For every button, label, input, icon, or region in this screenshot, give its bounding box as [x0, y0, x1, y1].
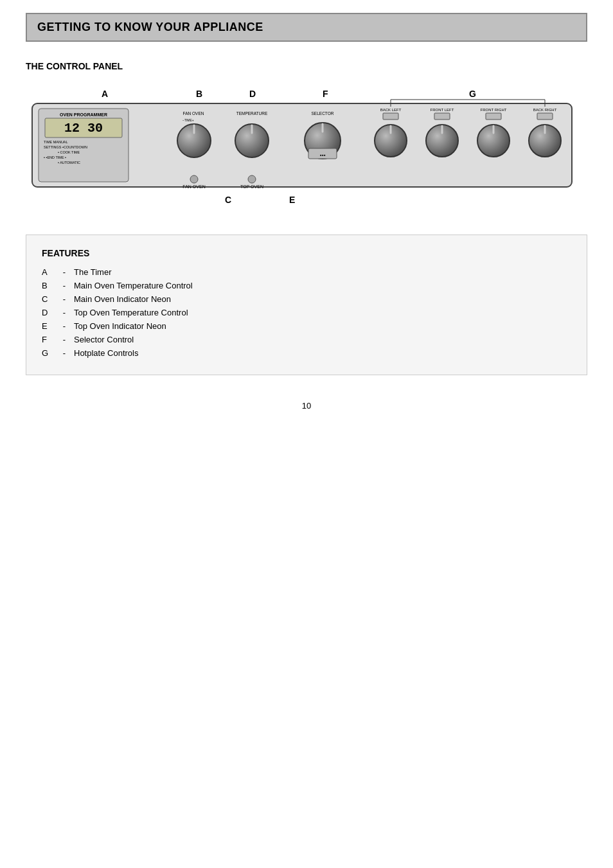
- feature-letter: B: [42, 281, 55, 290]
- svg-rect-32: [383, 113, 398, 120]
- feature-letter: G: [42, 348, 55, 358]
- feature-item: B - Main Oven Temperature Control: [42, 281, 571, 290]
- svg-text:SETTINGS  •COUNTDOWN: SETTINGS •COUNTDOWN: [44, 145, 87, 149]
- svg-text:●●●: ●●●: [319, 153, 325, 157]
- features-section: FEATURES A - The Timer B - Main Oven Tem…: [26, 235, 587, 375]
- svg-text:FRONT RIGHT: FRONT RIGHT: [481, 108, 507, 112]
- svg-text:TEMPERATURE: TEMPERATURE: [236, 111, 268, 116]
- section-title: THE CONTROL PANEL: [26, 61, 587, 71]
- svg-point-19: [190, 175, 198, 183]
- svg-text:FAN OVEN: FAN OVEN: [183, 111, 204, 116]
- svg-text:A: A: [102, 89, 108, 99]
- feature-item: E - Top Oven Indicator Neon: [42, 321, 571, 331]
- svg-text:• COOK TIME: • COOK TIME: [58, 150, 80, 154]
- feature-item: C - Main Oven Indicator Neon: [42, 294, 571, 304]
- feature-item: D - Top Oven Temperature Control: [42, 308, 571, 317]
- svg-text:•         •END TIME    •: • •END TIME •: [44, 155, 66, 159]
- svg-rect-36: [434, 113, 450, 120]
- features-title: FEATURES: [42, 248, 571, 258]
- svg-text:C: C: [225, 195, 231, 205]
- feature-description: Main Oven Temperature Control: [74, 281, 571, 290]
- feature-dash: -: [55, 348, 74, 358]
- feature-letter: C: [42, 294, 55, 304]
- feature-item: A - The Timer: [42, 267, 571, 277]
- page-title: GETTING TO KNOW YOUR APPLIANCE: [37, 21, 576, 34]
- svg-text:FRONT LEFT: FRONT LEFT: [431, 108, 454, 112]
- feature-description: Hotplate Controls: [74, 348, 571, 358]
- feature-letter: F: [42, 335, 55, 344]
- svg-text:E: E: [289, 195, 295, 205]
- control-panel-diagram: A B D F G OVEN PROGRAMMER 12 30 TIME MAN…: [26, 84, 587, 215]
- feature-letter: A: [42, 267, 55, 277]
- feature-description: The Timer: [74, 267, 571, 277]
- feature-dash: -: [55, 281, 74, 290]
- svg-text:B: B: [196, 89, 202, 99]
- svg-point-24: [248, 175, 256, 183]
- feature-letter: D: [42, 308, 55, 317]
- svg-text:FAN OVEN: FAN OVEN: [182, 184, 205, 189]
- feature-dash: -: [55, 267, 74, 277]
- svg-rect-40: [486, 113, 501, 120]
- feature-description: Top Oven Indicator Neon: [74, 321, 571, 331]
- svg-text:• AUTOMATIC: • AUTOMATIC: [58, 161, 80, 164]
- feature-dash: -: [55, 294, 74, 304]
- svg-text:−TIME+: −TIME+: [182, 118, 194, 122]
- svg-text:G: G: [469, 89, 476, 99]
- svg-text:F: F: [323, 89, 328, 99]
- svg-text:TIME   MANUAL: TIME MANUAL: [44, 140, 68, 144]
- svg-text:SELECTOR: SELECTOR: [312, 111, 334, 116]
- svg-text:BACK LEFT: BACK LEFT: [380, 108, 402, 112]
- svg-text:TOP OVEN: TOP OVEN: [240, 184, 263, 189]
- page-number: 10: [26, 401, 587, 411]
- svg-rect-44: [537, 113, 553, 120]
- svg-text:OVEN PROGRAMMER: OVEN PROGRAMMER: [60, 112, 107, 117]
- feature-description: Selector Control: [74, 335, 571, 344]
- feature-item: F - Selector Control: [42, 335, 571, 344]
- control-panel-section: THE CONTROL PANEL A B D F G OVEN PROGRAM…: [26, 61, 587, 215]
- feature-description: Main Oven Indicator Neon: [74, 294, 571, 304]
- svg-text:BACK RIGHT: BACK RIGHT: [533, 108, 557, 112]
- header-bar: GETTING TO KNOW YOUR APPLIANCE: [26, 13, 587, 42]
- feature-dash: -: [55, 335, 74, 344]
- feature-description: Top Oven Temperature Control: [74, 308, 571, 317]
- svg-text:D: D: [249, 89, 256, 99]
- feature-item: G - Hotplate Controls: [42, 348, 571, 358]
- svg-text:12 30: 12 30: [64, 121, 103, 136]
- feature-dash: -: [55, 308, 74, 317]
- feature-dash: -: [55, 321, 74, 331]
- feature-letter: E: [42, 321, 55, 331]
- feature-list: A - The Timer B - Main Oven Temperature …: [42, 267, 571, 358]
